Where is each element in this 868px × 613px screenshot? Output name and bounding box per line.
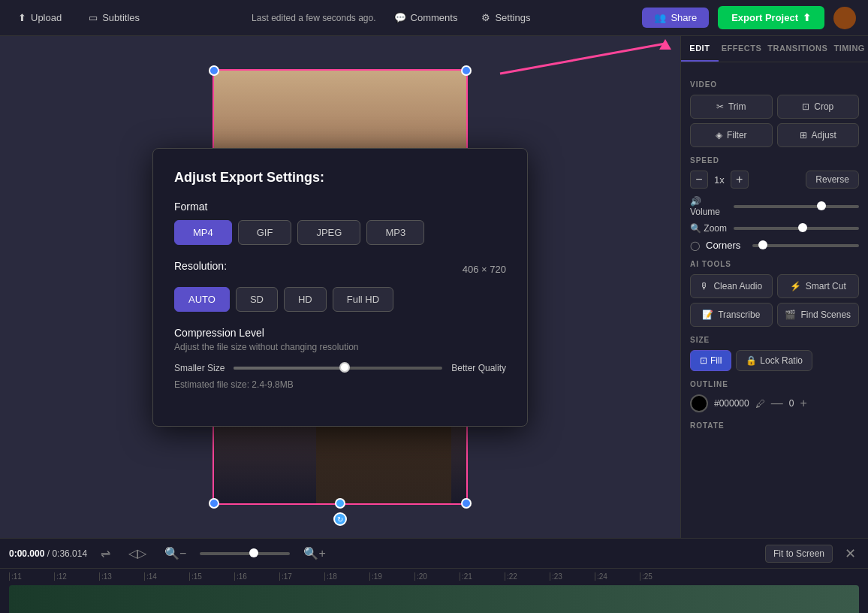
- find-scenes-button[interactable]: 🎬 Find Scenes: [777, 303, 860, 327]
- outline-dash: —: [771, 397, 783, 410]
- volume-slider-track[interactable]: [734, 205, 859, 208]
- better-quality-label: Better Quality: [451, 363, 506, 373]
- adjust-button[interactable]: ⊞ Adjust: [777, 123, 860, 147]
- transcribe-button[interactable]: 📝 Transcribe: [690, 303, 773, 327]
- format-jpeg-button[interactable]: JPEG: [297, 220, 360, 245]
- clean-audio-button[interactable]: 🎙 Clean Audio: [690, 274, 773, 298]
- subtitles-button[interactable]: ▭ Subtitles: [83, 9, 146, 26]
- outline-add-button[interactable]: +: [800, 397, 806, 410]
- compression-slider-track[interactable]: [234, 367, 442, 370]
- canvas-area: CON NEED T ↻ Adjust Export Settings: For…: [0, 36, 680, 538]
- fill-icon: ⊡: [700, 355, 707, 366]
- zoom-slider-thumb[interactable]: [798, 223, 807, 232]
- topbar-right: 👥 Share Export Project ⬆: [642, 6, 856, 29]
- tab-edit[interactable]: EDIT: [681, 36, 719, 62]
- resolution-value: 406 × 720: [463, 264, 506, 275]
- ruler-mark: :17: [279, 572, 324, 581]
- ruler-marks: :11 :12 :13 :14 :15 :16 :17 :18 :19 :20 …: [9, 572, 685, 581]
- time-display: 0:00.000 / 0:36.014: [9, 548, 87, 559]
- total-time: 0:36.014: [52, 548, 87, 559]
- zoom-icon-label: 🔍 Zoom: [690, 223, 728, 234]
- outline-color-swatch[interactable]: [690, 394, 708, 412]
- size-section-label: SIZE: [690, 336, 859, 344]
- rotate-section-label: ROTATE: [690, 421, 859, 430]
- res-sd-button[interactable]: SD: [236, 287, 278, 312]
- timeline-ruler: :11 :12 :13 :14 :15 :16 :17 :18 :19 :20 …: [0, 569, 868, 584]
- zoom-slider-track[interactable]: [734, 227, 859, 230]
- compression-subtitle: Adjust the file size without changing re…: [174, 342, 506, 352]
- bottom-timeline: 0:00.000 / 0:36.014 ⇌ ◁▷ 🔍− 🔍+ Fit to Sc…: [0, 538, 868, 613]
- lock-ratio-icon: 🔒: [746, 355, 757, 366]
- last-edited-text: Last edited a few seconds ago.: [252, 13, 375, 23]
- outline-section-label: OUTLINE: [690, 380, 859, 388]
- ruler-mark: :21: [460, 572, 505, 581]
- format-mp4-button[interactable]: MP4: [174, 220, 232, 245]
- res-fullhd-button[interactable]: Full HD: [333, 287, 393, 312]
- speed-value: 1x: [714, 174, 725, 186]
- crop-icon: ⊡: [802, 101, 809, 112]
- adjust-icon: ⊞: [800, 130, 807, 140]
- fill-button[interactable]: ⊡ Fill: [690, 350, 731, 371]
- speed-plus-button[interactable]: +: [731, 171, 749, 189]
- res-auto-button[interactable]: AUTO: [174, 287, 230, 312]
- crop-button[interactable]: ⊡ Crop: [777, 95, 860, 119]
- compression-section: Compression Level Adjust the file size w…: [174, 327, 506, 390]
- ruler-mark: :13: [99, 572, 144, 581]
- comments-button[interactable]: 💬 Comments: [388, 9, 464, 26]
- smaller-size-label: Smaller Size: [174, 363, 225, 373]
- compression-slider-thumb[interactable]: [339, 362, 350, 373]
- settings-button[interactable]: ⚙ Settings: [475, 9, 536, 26]
- split-icon-button[interactable]: ⇌: [96, 545, 115, 562]
- filter-button[interactable]: ◈ Filter: [690, 123, 773, 147]
- tab-effects[interactable]: EFFECTS: [719, 36, 765, 62]
- timeline-controls: 0:00.000 / 0:36.014 ⇌ ◁▷ 🔍− 🔍+ Fit to Sc…: [0, 539, 868, 569]
- video-tools-grid: ✂ Trim ⊡ Crop ◈ Filter ⊞ Adjust: [690, 95, 859, 147]
- compression-slider-fill: [234, 367, 348, 370]
- speed-minus-button[interactable]: −: [690, 171, 708, 189]
- avatar[interactable]: [833, 7, 856, 29]
- format-section: Format MP4 GIF JPEG MP3: [174, 201, 506, 245]
- zoom-in-button[interactable]: 🔍+: [299, 545, 330, 562]
- tab-transitions[interactable]: TRANSITIONS: [764, 36, 830, 62]
- subtitles-icon: ▭: [89, 12, 98, 23]
- trim-icon: ✂: [716, 101, 724, 112]
- ruler-mark: :16: [234, 572, 279, 581]
- corners-slider-thumb[interactable]: [758, 240, 767, 249]
- lock-ratio-button[interactable]: 🔒 Lock Ratio: [736, 350, 812, 371]
- export-icon: ⬆: [803, 12, 811, 23]
- svg-line-0: [500, 44, 665, 74]
- eyedropper-icon[interactable]: 🖊: [755, 398, 765, 409]
- timeline-zoom-thumb[interactable]: [249, 548, 258, 557]
- ai-tools-section-label: AI TOOLS: [690, 260, 859, 268]
- ruler-mark: :23: [550, 572, 595, 581]
- timeline-zoom-track[interactable]: [200, 552, 290, 555]
- ruler-mark: :20: [414, 572, 460, 581]
- volume-slider-thumb[interactable]: [817, 201, 826, 210]
- panel-tabs: EDIT EFFECTS TRANSITIONS TIMING: [681, 36, 868, 62]
- ruler-mark: :19: [369, 572, 414, 581]
- transcribe-icon: 📝: [702, 310, 713, 320]
- resolution-section: Resolution: 406 × 720 AUTO SD HD Full HD: [174, 260, 506, 312]
- modal-title: Adjust Export Settings:: [174, 170, 506, 186]
- clean-audio-icon: 🎙: [700, 281, 709, 291]
- corners-slider-track[interactable]: [752, 244, 859, 247]
- upload-button[interactable]: ⬆ Upload: [12, 9, 68, 26]
- filter-icon: ◈: [716, 130, 722, 140]
- zoom-out-button[interactable]: 🔍−: [160, 545, 191, 562]
- trim-button[interactable]: ✂ Trim: [690, 95, 773, 119]
- tab-timing[interactable]: TIMING: [830, 36, 868, 62]
- export-button[interactable]: Export Project ⬆: [718, 6, 824, 29]
- smart-cut-button[interactable]: ⚡ Smart Cut: [777, 274, 860, 298]
- share-button[interactable]: 👥 Share: [642, 8, 709, 28]
- track-inner: [9, 585, 859, 613]
- format-gif-button[interactable]: GIF: [238, 220, 292, 245]
- smart-cut-icon: ⚡: [790, 281, 801, 291]
- format-buttons: MP4 GIF JPEG MP3: [174, 220, 506, 245]
- reverse-button[interactable]: Reverse: [806, 171, 859, 189]
- trim-timeline-button[interactable]: ◁▷: [124, 545, 151, 562]
- outline-row: #000000 🖊 — 0 +: [690, 394, 859, 412]
- close-timeline-button[interactable]: ✕: [842, 542, 859, 565]
- res-hd-button[interactable]: HD: [284, 287, 327, 312]
- format-mp3-button[interactable]: MP3: [366, 220, 424, 245]
- fit-screen-button[interactable]: Fit to Screen: [765, 545, 833, 563]
